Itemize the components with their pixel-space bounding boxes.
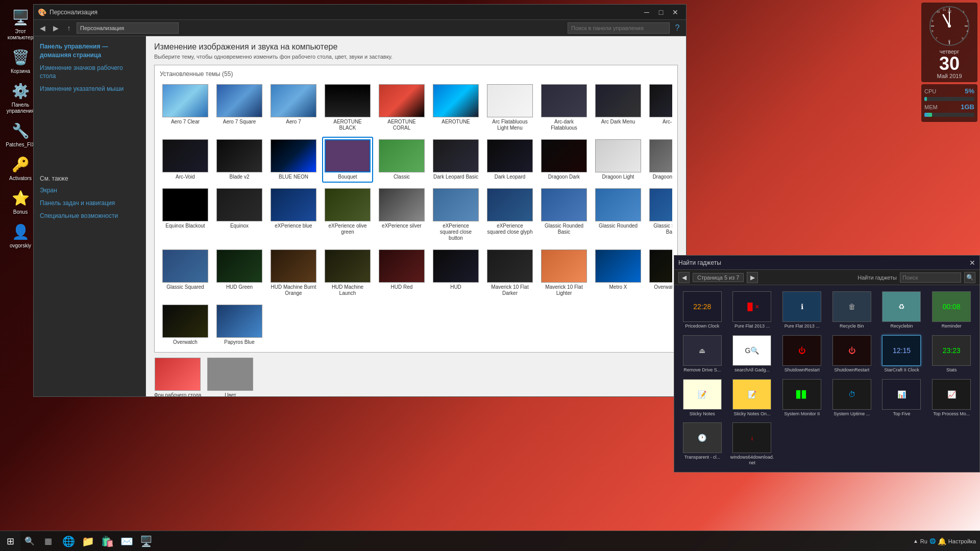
gadget-item[interactable]: 📈Top Process Mo...: [927, 377, 975, 419]
taskbar-icon-ie[interactable]: 🌐: [59, 532, 78, 550]
start-button[interactable]: ⊞: [0, 531, 20, 552]
sidebar-mouse-link[interactable]: Изменение указателей мыши: [40, 85, 139, 93]
taskbar-icon-explorer[interactable]: 📁: [79, 532, 97, 550]
taskbar-search-button[interactable]: 🔍: [20, 532, 39, 550]
back-button[interactable]: ◀: [37, 22, 48, 34]
theme-item[interactable]: Classic: [376, 137, 427, 183]
up-button[interactable]: ↑: [63, 22, 75, 34]
address-input[interactable]: [77, 22, 179, 34]
theme-item[interactable]: Glassic Squared: [160, 247, 211, 299]
forward-button[interactable]: ▶: [50, 22, 61, 34]
theme-item[interactable]: Dragoon Light: [593, 137, 644, 183]
theme-item[interactable]: Equinox Blackout: [160, 186, 211, 244]
theme-item[interactable]: Aero 7 Clear: [160, 82, 211, 134]
gadget-item[interactable]: ⏏Remove Drive S...: [678, 333, 726, 375]
theme-item[interactable]: AEROTUNE: [430, 82, 481, 134]
taskbar-time[interactable]: Настройка: [948, 538, 976, 544]
theme-item[interactable]: Overwatch: [160, 302, 211, 347]
gadget-item[interactable]: 22:28Pricedown Clock: [678, 289, 726, 331]
theme-item[interactable]: Overwatch Dark: [647, 247, 672, 299]
theme-item[interactable]: Arc Flatabluous Light Menu: [484, 82, 535, 134]
maximize-button[interactable]: □: [654, 7, 668, 17]
theme-item[interactable]: eXPerience silver: [376, 186, 427, 244]
gadget-item[interactable]: 📝Sticky Notes: [678, 377, 726, 419]
gadget-item[interactable]: ↓windows64download.net: [728, 420, 776, 468]
help-button[interactable]: ?: [672, 22, 683, 34]
theme-name: BLUE NEON: [279, 174, 308, 180]
sidebar-home-link[interactable]: Панель управления — домашняя страница: [40, 42, 139, 60]
theme-item[interactable]: Arc-Void: [160, 137, 211, 183]
svg-text:8: 8: [932, 30, 934, 33]
gadget-item[interactable]: 00:08Reminder: [927, 289, 975, 331]
theme-item[interactable]: Aero 7 Square: [214, 82, 265, 134]
theme-item[interactable]: Glassic Squared Basic: [647, 186, 672, 244]
sidebar-screen-link[interactable]: Экран: [40, 186, 139, 195]
theme-item[interactable]: AEROTUNE BLACK: [322, 82, 373, 134]
gadget-item[interactable]: 📝Sticky Notes On...: [728, 377, 776, 419]
gadget-item[interactable]: ⏻ShutdownRestart: [828, 333, 876, 375]
taskbar-icon-mail[interactable]: ✉️: [117, 532, 136, 550]
wallpaper-item[interactable]: Фон рабочего столаStreamofLight: [154, 358, 201, 396]
theme-item[interactable]: HUD Green: [214, 247, 265, 299]
gadget-preview: 📝: [732, 379, 771, 410]
gadget-item[interactable]: G🔍searchAll Gadg...: [728, 333, 776, 375]
theme-item[interactable]: HUD Red: [376, 247, 427, 299]
taskbar-icon-store[interactable]: 🛍️: [98, 532, 116, 550]
gadget-item[interactable]: ⏱System Uptime ...: [828, 377, 876, 419]
theme-item[interactable]: Arc Dark Menu: [593, 82, 644, 134]
theme-item[interactable]: Arc-dark: [647, 82, 672, 134]
theme-item[interactable]: HUD Machine Burnt Orange: [268, 247, 319, 299]
gadgets-search-input[interactable]: [900, 272, 961, 283]
gadget-item[interactable]: 🕐Transparent - cl...: [678, 420, 726, 468]
sidebar-accessibility-link[interactable]: Специальные возможности: [40, 212, 139, 220]
gadget-item[interactable]: 23:23Stats: [927, 333, 975, 375]
theme-item[interactable]: Papyros Blue: [214, 302, 265, 347]
theme-item[interactable]: AEROTUNE CORAL: [376, 82, 427, 134]
gadget-item[interactable]: ℹPure Flat 2013 ...: [778, 289, 826, 331]
gadget-item[interactable]: 12:15StarCraft II Clock: [878, 333, 926, 375]
theme-item[interactable]: Aero 7: [268, 82, 319, 134]
color-item[interactable]: ЦветДругой: [207, 358, 253, 396]
theme-item[interactable]: Blade v2: [214, 137, 265, 183]
gadgets-prev-button[interactable]: ◀: [678, 272, 690, 283]
theme-item[interactable]: eXPerience blue: [268, 186, 319, 244]
theme-item[interactable]: Dark Leopard Basic: [430, 137, 481, 183]
theme-item[interactable]: eXPerience squared close glyph: [484, 186, 535, 244]
taskbar-icon-monitor[interactable]: 🖥️: [137, 532, 155, 550]
sidebar-taskbar-link[interactable]: Панель задач и навигация: [40, 199, 139, 208]
theme-item[interactable]: Dragoon Medium: [647, 137, 672, 183]
theme-item[interactable]: Dragoon Dark: [538, 137, 590, 183]
gadget-item[interactable]: ▐▌×Pure Flat 2013 ...: [728, 289, 776, 331]
sidebar-icons-link[interactable]: Изменение значков рабочего стола: [40, 64, 139, 81]
theme-item[interactable]: Dark Leopard: [484, 137, 535, 183]
gadget-item[interactable]: ⏻ShutdownRestart: [778, 333, 826, 375]
theme-item[interactable]: HUD Machine Launch: [322, 247, 373, 299]
theme-item[interactable]: eXPerience squared close button: [430, 186, 481, 244]
theme-item[interactable]: Maverick 10 Flat Darker: [484, 247, 535, 299]
theme-item[interactable]: Maverick 10 Flat Lighter: [538, 247, 590, 299]
gadgets-search-button[interactable]: 🔍: [964, 272, 975, 283]
taskbar-notification-icon[interactable]: 🔔: [938, 537, 946, 545]
gadget-item[interactable]: ▊▊System Monitor II: [778, 377, 826, 419]
close-button[interactable]: ✕: [669, 7, 682, 17]
minimize-button[interactable]: ─: [640, 7, 653, 17]
theme-preview: [325, 139, 371, 172]
gadgets-close-button[interactable]: ✕: [969, 259, 975, 267]
theme-item[interactable]: BLUE NEON: [268, 137, 319, 183]
theme-item[interactable]: HUD: [430, 247, 481, 299]
gadgets-titlebar: Найти гаджеты ✕: [674, 256, 979, 270]
theme-item[interactable]: Bouquet: [322, 137, 373, 183]
theme-item[interactable]: Arc-dark Flatabluous: [538, 82, 590, 134]
taskbar-language[interactable]: Ru: [920, 538, 927, 544]
gadget-item[interactable]: 🗑Recycle Bin: [828, 289, 876, 331]
theme-item[interactable]: Equinox: [214, 186, 265, 244]
theme-item[interactable]: eXPerience olive green: [322, 186, 373, 244]
theme-item[interactable]: Glassic Rounded: [593, 186, 644, 244]
theme-item[interactable]: Metro X: [593, 247, 644, 299]
gadget-item[interactable]: ♻Recyclebin: [878, 289, 926, 331]
gadget-item[interactable]: 📊Top Five: [878, 377, 926, 419]
theme-item[interactable]: Glassic Rounded Basic: [538, 186, 590, 244]
gadgets-next-button[interactable]: ▶: [747, 272, 758, 283]
search-input[interactable]: [568, 22, 670, 34]
taskbar-tasks-button[interactable]: ▦: [39, 532, 57, 550]
